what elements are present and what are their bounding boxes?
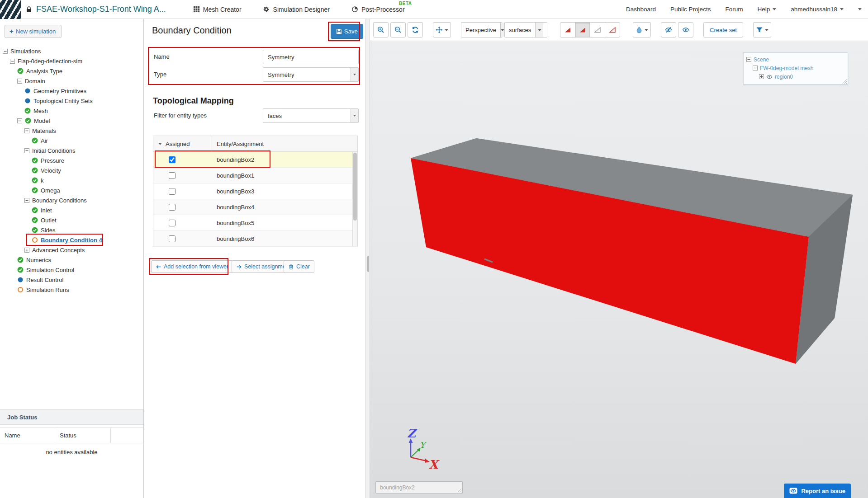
sidebar-item-flap-0deg-deflection-sim[interactable]: Flap-0deg-deflection-sim — [0, 56, 143, 66]
sidebar-item-simulation-control[interactable]: Simulation Control — [0, 265, 143, 275]
sidebar-item-boundary-conditions[interactable]: Boundary Conditions — [0, 195, 143, 205]
sidebar-item-boundary-condition-4[interactable]: Boundary Condition 4 — [0, 235, 143, 245]
3d-scene[interactable]: Z Y X — [370, 41, 868, 498]
sidebar-item-air[interactable]: Air — [0, 136, 143, 146]
collapse-icon[interactable] — [24, 128, 29, 133]
assignment-checkbox[interactable] — [169, 204, 175, 211]
clip-plane-y-button[interactable] — [575, 22, 590, 38]
color-dropdown[interactable] — [633, 22, 651, 38]
viewport[interactable]: Z Y X Scene FW-0deg-model mesh region — [370, 41, 868, 498]
scene-tree-root[interactable]: Scene — [746, 55, 845, 64]
sidebar-item-mesh[interactable]: Mesh — [0, 106, 143, 116]
assignment-checkbox[interactable] — [169, 220, 175, 226]
projection-select[interactable]: Perspective — [461, 22, 503, 38]
collapse-icon[interactable] — [10, 59, 15, 64]
dropdown-button[interactable] — [351, 109, 358, 122]
sidebar-item-k[interactable]: k — [0, 175, 143, 185]
table-row[interactable]: boundingBox2 — [153, 152, 357, 168]
collapse-icon[interactable] — [17, 79, 22, 84]
tab-post-processor[interactable]: Post-Processor BETA — [351, 6, 405, 13]
sidebar-item-sides[interactable]: Sides — [0, 225, 143, 235]
collapse-icon[interactable] — [753, 66, 758, 70]
scene-tree-region[interactable]: region0 — [746, 72, 845, 81]
sidebar-item-velocity[interactable]: Velocity — [0, 165, 143, 175]
new-simulation-button[interactable]: New simulation — [5, 25, 62, 38]
assignment-checkbox[interactable] — [169, 156, 175, 163]
sidebar-item-model[interactable]: Model — [0, 116, 143, 126]
table-row[interactable]: boundingBox4 — [153, 199, 357, 215]
sidebar-item-topological-entity-sets[interactable]: Topological Entity Sets — [0, 96, 143, 106]
help-menu[interactable]: Help — [757, 6, 776, 13]
zoom-fit-button[interactable] — [390, 22, 406, 38]
expand-icon[interactable] — [24, 248, 29, 253]
dropdown-button[interactable] — [500, 23, 504, 37]
project-title[interactable]: FSAE-Workshop-S1-Front Wing A... — [36, 5, 166, 14]
zoom-in-button[interactable] — [373, 22, 389, 38]
collapse-icon[interactable] — [24, 198, 29, 203]
sidebar-item-result-control[interactable]: Result Control — [0, 275, 143, 285]
sidebar-item-geometry-primitives[interactable]: Geometry Primitives — [0, 86, 143, 96]
dropdown-button[interactable] — [351, 68, 358, 81]
scene-tree-panel[interactable]: Scene FW-0deg-model mesh region0 — [743, 52, 848, 85]
collapse-icon[interactable] — [746, 57, 751, 62]
sidebar-item-materials[interactable]: Materials — [0, 126, 143, 136]
sidebar-item-outlet[interactable]: Outlet — [0, 215, 143, 225]
user-menu[interactable]: ahmedhussain18 — [791, 6, 844, 13]
expand-icon[interactable] — [759, 74, 764, 79]
sidebar-item-initial-conditions[interactable]: Initial Conditions — [0, 146, 143, 155]
scrollbar-thumb[interactable] — [353, 153, 357, 221]
collapse-icon[interactable] — [24, 148, 29, 153]
tab-mesh-creator[interactable]: Mesh Creator — [193, 6, 242, 13]
sidebar-item-omega[interactable]: Omega — [0, 185, 143, 195]
dropdown-button[interactable] — [535, 23, 543, 37]
sidebar-item-advanced-concepts[interactable]: Advanced Concepts — [0, 245, 143, 255]
column-assigned[interactable]: Assigned — [153, 136, 212, 151]
link-forum[interactable]: Forum — [725, 6, 743, 13]
assignment-checkbox[interactable] — [169, 172, 175, 179]
simscale-logo[interactable] — [0, 0, 21, 19]
create-set-button[interactable]: Create set — [703, 22, 743, 38]
link-dashboard[interactable]: Dashboard — [626, 6, 656, 13]
collapse-icon[interactable] — [17, 118, 22, 123]
render-mode-select[interactable]: surfaces — [504, 22, 547, 38]
axis-z-label: Z — [407, 427, 417, 440]
scene-tree-mesh[interactable]: FW-0deg-model mesh — [746, 64, 845, 72]
clear-button[interactable]: Clear — [284, 260, 314, 273]
splitter-grip[interactable] — [367, 256, 369, 272]
tab-simulation-designer[interactable]: Simulation Designer — [263, 6, 330, 13]
sidebar-item-numerics[interactable]: Numerics — [0, 255, 143, 265]
add-selection-from-viewer-button[interactable]: Add selection from viewer — [151, 260, 233, 273]
table-row[interactable]: boundingBox6 — [153, 231, 357, 247]
eye-icon[interactable] — [766, 74, 773, 80]
entity-type-filter-select[interactable]: faces — [263, 108, 359, 123]
table-scrollbar[interactable] — [352, 152, 357, 246]
sidebar-item-analysis-type[interactable]: Analysis Type — [0, 66, 143, 76]
link-public-projects[interactable]: Public Projects — [670, 6, 711, 13]
panel-splitter[interactable] — [365, 19, 370, 498]
clip-plane-custom-button[interactable] — [605, 22, 620, 38]
sidebar-item-simulations[interactable]: Simulations — [0, 46, 143, 56]
table-row[interactable]: boundingBox1 — [153, 168, 357, 183]
assignment-checkbox[interactable] — [169, 188, 175, 195]
sidebar-item-pressure[interactable]: Pressure — [0, 155, 143, 165]
name-field[interactable] — [263, 50, 359, 64]
sidebar-item-inlet[interactable]: Inlet — [0, 205, 143, 215]
collapse-icon[interactable] — [3, 49, 8, 54]
pan-mode-dropdown[interactable] — [433, 22, 451, 38]
table-row[interactable]: boundingBox3 — [153, 183, 357, 199]
sort-caret-icon[interactable] — [158, 143, 162, 145]
report-issue-button[interactable]: Report an issue — [784, 484, 851, 498]
filter-dropdown[interactable] — [753, 22, 771, 38]
assignment-checkbox[interactable] — [169, 235, 175, 242]
type-select[interactable]: Symmetry — [263, 67, 359, 82]
hide-selection-button[interactable] — [661, 22, 676, 38]
save-button[interactable]: Save — [331, 24, 363, 39]
reset-view-button[interactable] — [408, 22, 423, 38]
show-all-button[interactable] — [678, 22, 693, 38]
clip-plane-x-button[interactable] — [560, 22, 575, 38]
table-row[interactable]: boundingBox5 — [153, 215, 357, 231]
sidebar-item-domain[interactable]: Domain — [0, 76, 143, 86]
sidebar-item-simulation-runs[interactable]: Simulation Runs — [0, 285, 143, 295]
collapse-topbar-chevron[interactable] — [858, 8, 862, 10]
clip-plane-z-button[interactable] — [590, 22, 605, 38]
